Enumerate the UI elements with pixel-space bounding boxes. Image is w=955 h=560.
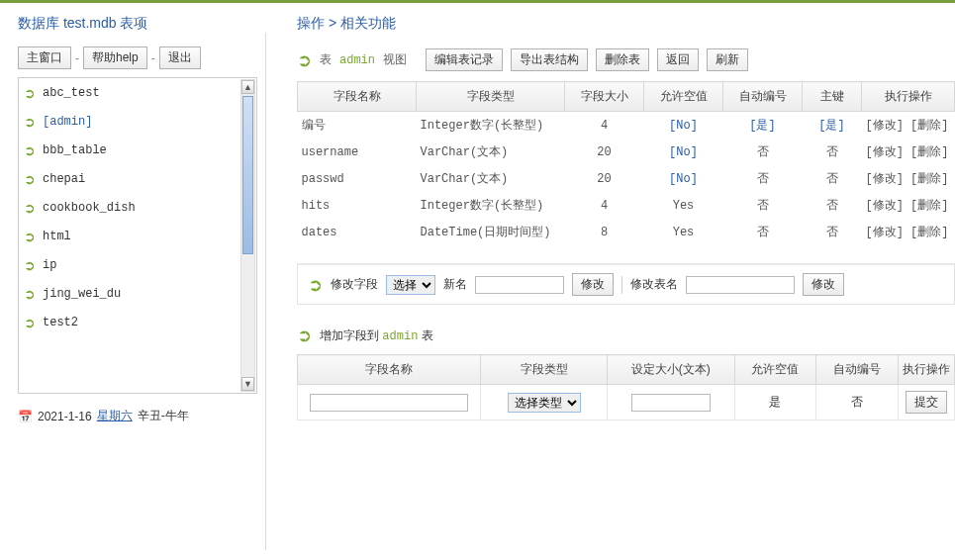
- cell: Integer数字(长整型): [417, 112, 565, 140]
- back-button[interactable]: 返回: [657, 48, 699, 71]
- cell: 否: [803, 192, 862, 219]
- sidebar-item-admin[interactable]: ➲[admin]: [19, 111, 256, 134]
- separator: -: [151, 51, 155, 65]
- arrow-icon: ➲: [23, 287, 37, 301]
- table-row: hitsInteger数字(长整型)4Yes否否[修改] [删除]: [298, 192, 955, 219]
- column-header: 字段大小: [565, 82, 644, 112]
- cell-link[interactable]: [No]: [669, 119, 698, 133]
- arrow-icon: ➲: [23, 316, 37, 329]
- column-header: 字段类型: [417, 82, 565, 112]
- cell: [No]: [644, 139, 723, 165]
- cell-link[interactable]: [是]: [749, 119, 775, 133]
- exit-button[interactable]: 退出: [159, 47, 201, 69]
- ops-cell: [修改] [删除]: [862, 139, 955, 165]
- sidebar-item-label: bbb_table: [43, 143, 107, 157]
- lunar-text: 辛丑-牛年: [138, 408, 189, 424]
- table-list: ➲abc_test➲[admin]➲bbb_table➲chepai➲cookb…: [18, 77, 257, 394]
- arrow-icon: ➲: [297, 51, 312, 69]
- cell-link[interactable]: [No]: [669, 145, 698, 159]
- sidebar-title: 数据库 test.mdb 表项: [18, 15, 257, 33]
- cell: Yes: [644, 192, 723, 219]
- modify-link[interactable]: [修改]: [866, 172, 904, 186]
- arrow-icon: ➲: [23, 172, 37, 186]
- label-table: 表: [320, 51, 332, 68]
- sidebar-item-test2[interactable]: ➲test2: [19, 312, 256, 334]
- modify-field-label: 修改字段: [331, 276, 378, 293]
- add-field-auto: 否: [816, 385, 899, 420]
- cell: 否: [723, 165, 803, 192]
- modify-link[interactable]: [修改]: [866, 226, 904, 239]
- sidebar-item-label: abc_test: [43, 86, 100, 100]
- modify-field-panel: ➲ 修改字段 选择 新名 修改 修改表名 修改: [297, 263, 955, 305]
- arrow-icon: ➲: [23, 115, 37, 129]
- column-header: 字段类型: [481, 355, 607, 385]
- separator: -: [75, 51, 79, 65]
- sidebar-item-ip[interactable]: ➲ip: [19, 254, 256, 277]
- arrow-icon: ➲: [308, 276, 323, 294]
- edit-records-button[interactable]: 编辑表记录: [426, 48, 503, 71]
- main-window-button[interactable]: 主窗口: [18, 47, 71, 69]
- add-field-label: 增加字段到 admin 表: [320, 327, 433, 344]
- newname-input[interactable]: [475, 276, 564, 294]
- cell-link[interactable]: [No]: [669, 172, 698, 186]
- delete-link[interactable]: [删除]: [910, 226, 948, 239]
- delete-link[interactable]: [删除]: [910, 199, 948, 213]
- add-field-size-input[interactable]: [631, 394, 711, 412]
- cell-link[interactable]: [是]: [818, 119, 844, 133]
- weekday-link[interactable]: 星期六: [97, 408, 133, 424]
- sidebar-item-chepai[interactable]: ➲chepai: [19, 168, 256, 191]
- sidebar-item-label: ip: [43, 258, 56, 272]
- table-section-head: ➲ 表 admin 视图 编辑表记录 导出表结构 删除表 返回 刷新: [297, 48, 955, 71]
- sidebar-toolbar: 主窗口 - 帮助help - 退出: [18, 47, 257, 69]
- modify-link[interactable]: [修改]: [866, 119, 904, 133]
- modify-link[interactable]: [修改]: [866, 199, 904, 213]
- fields-table: 字段名称字段类型字段大小允许空值自动编号主键执行操作 编号Integer数字(长…: [297, 81, 955, 245]
- cell: VarChar(文本): [417, 165, 565, 192]
- field-select[interactable]: 选择: [386, 275, 435, 295]
- modify-field-button[interactable]: 修改: [572, 273, 614, 296]
- delete-table-button[interactable]: 删除表: [596, 48, 649, 71]
- rename-table-button[interactable]: 修改: [803, 273, 844, 296]
- arrow-icon: ➲: [23, 86, 37, 100]
- delete-link[interactable]: [删除]: [910, 172, 948, 186]
- column-header: 主键: [803, 82, 862, 112]
- column-header: 允许空值: [644, 82, 723, 112]
- arrow-icon: ➲: [23, 143, 37, 157]
- cell: 否: [723, 192, 803, 219]
- rename-table-input[interactable]: [686, 276, 795, 294]
- sidebar-item-html[interactable]: ➲html: [19, 226, 256, 248]
- add-field-table: 字段名称字段类型设定大小(文本)允许空值自动编号执行操作 选择类型 是 否 提交: [297, 354, 955, 420]
- ops-cell: [修改] [删除]: [862, 219, 955, 245]
- modify-link[interactable]: [修改]: [866, 145, 904, 159]
- ops-cell: [修改] [删除]: [862, 112, 955, 140]
- sidebar: 数据库 test.mdb 表项 主窗口 - 帮助help - 退出 ➲abc_t…: [0, 3, 267, 560]
- scroll-down-button[interactable]: ▼: [241, 377, 254, 391]
- submit-button[interactable]: 提交: [906, 391, 947, 414]
- sidebar-item-abctest[interactable]: ➲abc_test: [19, 82, 256, 105]
- calendar-icon: 📅: [18, 410, 33, 423]
- scroll-thumb[interactable]: [242, 96, 253, 254]
- export-structure-button[interactable]: 导出表结构: [511, 48, 588, 71]
- cell: [No]: [644, 112, 723, 140]
- refresh-button[interactable]: 刷新: [707, 48, 748, 71]
- date-row: 📅 2021-1-16 星期六 辛丑-牛年: [18, 408, 257, 424]
- column-header: 设定大小(文本): [607, 355, 734, 385]
- rename-table-label: 修改表名: [630, 276, 678, 293]
- delete-link[interactable]: [删除]: [910, 145, 948, 159]
- sidebar-item-cookbookdish[interactable]: ➲cookbook_dish: [19, 197, 256, 220]
- add-field-null: 是: [734, 385, 816, 420]
- add-field-type-select[interactable]: 选择类型: [508, 393, 581, 413]
- cell: dates: [298, 219, 417, 245]
- cell: 否: [803, 165, 862, 192]
- cell: DateTime(日期时间型): [417, 219, 565, 245]
- sidebar-item-jingweidu[interactable]: ➲jing_wei_du: [19, 283, 256, 306]
- scrollbar[interactable]: ▲ ▼: [240, 79, 255, 392]
- scroll-up-button[interactable]: ▲: [241, 80, 254, 94]
- arrow-icon: ➲: [23, 230, 37, 243]
- breadcrumb: 操作 > 相关功能: [297, 15, 955, 33]
- delete-link[interactable]: [删除]: [910, 119, 948, 133]
- sidebar-item-bbbtable[interactable]: ➲bbb_table: [19, 140, 256, 162]
- cell: passwd: [298, 165, 417, 192]
- help-button[interactable]: 帮助help: [83, 47, 147, 69]
- add-field-name-input[interactable]: [310, 394, 468, 412]
